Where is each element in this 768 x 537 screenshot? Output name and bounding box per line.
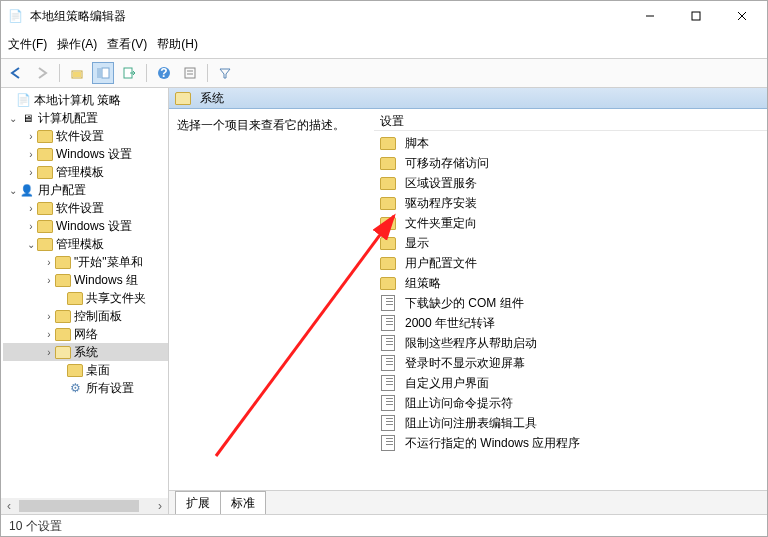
list-item[interactable]: 限制这些程序从帮助启动 <box>374 333 767 353</box>
list-item[interactable]: 不运行指定的 Windows 应用程序 <box>374 433 767 453</box>
folder-icon <box>380 275 396 291</box>
tree-pane: 📄本地计算机 策略 ⌄计算机配置 ›软件设置 ›Windows 设置 ›管理模板… <box>1 88 169 514</box>
folder-icon <box>67 362 83 378</box>
list-item-label: 不运行指定的 Windows 应用程序 <box>405 435 580 452</box>
menu-help[interactable]: 帮助(H) <box>152 33 203 56</box>
folder-open-icon <box>175 90 191 106</box>
list-column-header[interactable]: 设置 <box>374 109 767 131</box>
user-icon <box>19 182 35 198</box>
folder-icon <box>37 218 53 234</box>
tree-u-admin[interactable]: ⌄管理模板 <box>3 235 168 253</box>
gear-icon <box>67 380 83 396</box>
policy-icon <box>380 355 396 371</box>
tool-bar: ? <box>1 59 767 88</box>
tab-standard[interactable]: 标准 <box>220 491 266 514</box>
list-item-label: 文件夹重定向 <box>405 215 477 232</box>
folder-icon <box>55 254 71 270</box>
folder-icon <box>55 272 71 288</box>
tree-u-shared[interactable]: 共享文件夹 <box>3 289 168 307</box>
tree-u-allsettings[interactable]: 所有设置 <box>3 379 168 397</box>
svg-rect-1 <box>692 12 700 20</box>
properties-button[interactable] <box>179 62 201 84</box>
list-item[interactable]: 阻止访问注册表编辑工具 <box>374 413 767 433</box>
policy-icon <box>380 295 396 311</box>
settings-list[interactable]: 脚本可移动存储访问区域设置服务驱动程序安装文件夹重定向显示用户配置文件组策略下载… <box>374 131 767 490</box>
maximize-button[interactable] <box>673 2 719 30</box>
folder-icon <box>37 164 53 180</box>
tree-u-wincomp[interactable]: ›Windows 组 <box>3 271 168 289</box>
folder-icon <box>380 135 396 151</box>
list-item[interactable]: 文件夹重定向 <box>374 213 767 233</box>
list-item[interactable]: 显示 <box>374 233 767 253</box>
folder-icon <box>380 175 396 191</box>
tree-root[interactable]: 📄本地计算机 策略 <box>3 91 168 109</box>
folder-icon <box>67 290 83 306</box>
description-pane: 选择一个项目来查看它的描述。 <box>169 109 374 490</box>
list-item[interactable]: 可移动存储访问 <box>374 153 767 173</box>
menu-bar: 文件(F) 操作(A) 查看(V) 帮助(H) <box>1 31 767 59</box>
close-button[interactable] <box>719 2 765 30</box>
menu-action[interactable]: 操作(A) <box>52 33 102 56</box>
settings-list-pane: 设置 脚本可移动存储访问区域设置服务驱动程序安装文件夹重定向显示用户配置文件组策… <box>374 109 767 490</box>
folder-icon <box>37 200 53 216</box>
list-item-label: 2000 年世纪转译 <box>405 315 495 332</box>
list-item[interactable]: 区域设置服务 <box>374 173 767 193</box>
tree-hscroll[interactable]: ‹› <box>1 498 168 514</box>
status-text: 10 个设置 <box>9 519 62 533</box>
tree-u-windows[interactable]: ›Windows 设置 <box>3 217 168 235</box>
folder-icon <box>37 236 53 252</box>
tree-u-net[interactable]: ›网络 <box>3 325 168 343</box>
filter-button[interactable] <box>214 62 236 84</box>
show-hide-tree-button[interactable] <box>92 62 114 84</box>
list-item[interactable]: 用户配置文件 <box>374 253 767 273</box>
folder-icon <box>380 215 396 231</box>
svg-rect-11 <box>185 68 195 78</box>
svg-rect-7 <box>102 68 109 78</box>
description-hint: 选择一个项目来查看它的描述。 <box>177 118 345 132</box>
tree-u-desktop[interactable]: 桌面 <box>3 361 168 379</box>
list-item-label: 登录时不显示欢迎屏幕 <box>405 355 525 372</box>
list-item[interactable]: 下载缺少的 COM 组件 <box>374 293 767 313</box>
back-button[interactable] <box>5 62 27 84</box>
list-item[interactable]: 2000 年世纪转译 <box>374 313 767 333</box>
list-item[interactable]: 阻止访问命令提示符 <box>374 393 767 413</box>
list-item[interactable]: 自定义用户界面 <box>374 373 767 393</box>
list-item[interactable]: 登录时不显示欢迎屏幕 <box>374 353 767 373</box>
folder-icon <box>37 146 53 162</box>
help-button[interactable]: ? <box>153 62 175 84</box>
list-item-label: 用户配置文件 <box>405 255 477 272</box>
forward-button[interactable] <box>31 62 53 84</box>
nav-tree[interactable]: 📄本地计算机 策略 ⌄计算机配置 ›软件设置 ›Windows 设置 ›管理模板… <box>1 88 168 498</box>
up-button[interactable] <box>66 62 88 84</box>
policy-icon <box>380 415 396 431</box>
menu-view[interactable]: 查看(V) <box>102 33 152 56</box>
tree-c-windows[interactable]: ›Windows 设置 <box>3 145 168 163</box>
tree-computer-config[interactable]: ⌄计算机配置 <box>3 109 168 127</box>
tree-u-start[interactable]: ›"开始"菜单和 <box>3 253 168 271</box>
computer-icon <box>19 110 35 126</box>
folder-icon <box>37 128 53 144</box>
tree-u-ctrl[interactable]: ›控制面板 <box>3 307 168 325</box>
app-icon: 📄 <box>7 8 23 24</box>
minimize-button[interactable] <box>627 2 673 30</box>
tree-u-system[interactable]: ›系统 <box>3 343 168 361</box>
tree-user-config[interactable]: ⌄用户配置 <box>3 181 168 199</box>
folder-icon <box>380 235 396 251</box>
tree-u-software[interactable]: ›软件设置 <box>3 199 168 217</box>
tab-extended[interactable]: 扩展 <box>175 491 221 514</box>
list-item[interactable]: 组策略 <box>374 273 767 293</box>
status-bar: 10 个设置 <box>1 514 767 536</box>
menu-file[interactable]: 文件(F) <box>3 33 52 56</box>
svg-rect-6 <box>97 68 101 78</box>
tree-c-admin[interactable]: ›管理模板 <box>3 163 168 181</box>
list-item[interactable]: 脚本 <box>374 133 767 153</box>
folder-icon <box>380 195 396 211</box>
tree-c-software[interactable]: ›软件设置 <box>3 127 168 145</box>
policy-icon: 📄 <box>15 92 31 108</box>
list-item-label: 自定义用户界面 <box>405 375 489 392</box>
export-button[interactable] <box>118 62 140 84</box>
main-pane: 系统 选择一个项目来查看它的描述。 设置 脚本可移动存储访问区域设置服务驱动程序… <box>169 88 767 514</box>
list-item-label: 驱动程序安装 <box>405 195 477 212</box>
folder-icon <box>55 308 71 324</box>
list-item[interactable]: 驱动程序安装 <box>374 193 767 213</box>
